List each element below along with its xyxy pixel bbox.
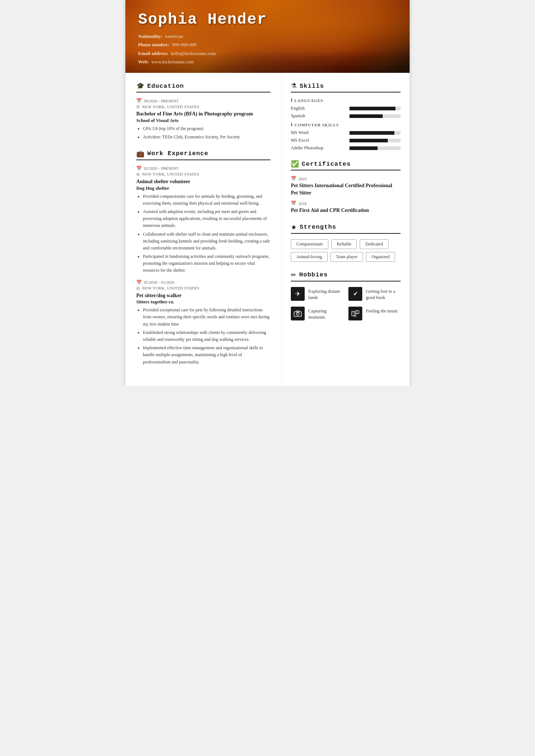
education-date: 📅 09/2020 – PRESENT xyxy=(136,98,270,103)
email-label: Email address: xyxy=(138,51,168,56)
work1-bullet-4: Participated in fundraising activities a… xyxy=(143,253,270,274)
hobbies-icon: ✏ xyxy=(291,271,296,279)
computer-category: ℹ COMPUTER SKILLS xyxy=(291,122,401,127)
calendar-icon: 📅 xyxy=(291,201,296,206)
hobby-music: Feeling the music xyxy=(348,307,401,321)
header-content: Sophia Hender Nationality: American Phon… xyxy=(125,0,410,73)
education-bullets: GPA 3.8 (top 10% of the program) Activit… xyxy=(136,125,270,141)
hobby-travel-text: Exploring distant lands xyxy=(308,287,343,301)
work2-bullet-1: Provided exceptional care for pets by fo… xyxy=(143,307,270,328)
work1-bullets: Provided compassionate care for animals … xyxy=(136,193,270,274)
certificates-title: Certificates xyxy=(302,161,351,168)
languages-category: ℹ LANGUAGES xyxy=(291,98,401,103)
education-entry: 📅 09/2020 – PRESENT ◎ NEW YORK, UNITED S… xyxy=(136,98,270,141)
cert2-date: 📅 2018 xyxy=(291,201,401,206)
hobbies-header: ✏ Hobbies xyxy=(291,271,401,281)
svg-rect-6 xyxy=(356,311,359,314)
strength-organized: Organized xyxy=(366,252,395,262)
education-location: ◎ NEW YORK, UNITED STATES xyxy=(136,104,270,109)
info-icon-2: ℹ xyxy=(291,122,293,127)
email-line: Email address: hello@kickresume.com xyxy=(138,49,397,58)
photoshop-bar xyxy=(349,146,401,150)
work-header: 💼 Work Experience xyxy=(136,150,270,160)
header-info: Nationality: American Phone number: 999-… xyxy=(138,32,397,66)
strength-animal-loving: Animal-loving xyxy=(291,252,328,262)
svg-rect-5 xyxy=(353,312,354,314)
education-icon: 🎓 xyxy=(136,82,144,90)
msword-bar xyxy=(349,131,401,135)
calendar-icon: 📅 xyxy=(136,98,142,103)
strengths-grid: Compassionate Reliable Dedicated Animal-… xyxy=(291,239,401,262)
work1-location: ◎ NEW YORK, UNITED STATES xyxy=(136,172,270,177)
header: Sophia Hender Nationality: American Phon… xyxy=(125,0,410,73)
strengths-icon: ★ xyxy=(291,223,297,231)
strength-team-player: Team player xyxy=(331,252,363,262)
skills-icon: ⚗ xyxy=(291,82,297,90)
hobby-travel: ✈ Exploring distant lands xyxy=(291,287,343,301)
work2-bullet-2: Established strong relationships with cl… xyxy=(143,329,270,343)
music-icon xyxy=(348,307,362,320)
strength-compassionate: Compassionate xyxy=(291,239,328,249)
work-title: Work Experience xyxy=(147,150,208,157)
skill-english: English xyxy=(291,106,401,111)
work2-bullet-3: Implemented effective time management an… xyxy=(143,344,270,366)
strengths-section: ★ Strengths Compassionate Reliable Dedic… xyxy=(291,223,401,262)
edu-bullet-2: Activities: TEDx Club, Economics Society… xyxy=(143,134,270,141)
education-degree: Bachelor of Fine Arts (BFA) in Photograp… xyxy=(136,110,270,118)
strengths-header: ★ Strengths xyxy=(291,223,401,234)
work1-bullet-1: Provided compassionate care for animals … xyxy=(143,193,270,207)
work2-company: Sitters together co. xyxy=(136,299,270,305)
work1-date: 📅 02/2020 – PRESENT xyxy=(136,166,270,171)
skill-msexcel: MS Excel xyxy=(291,138,401,143)
svg-point-3 xyxy=(297,313,298,315)
travel-icon: ✈ xyxy=(291,287,305,301)
strengths-title: Strengths xyxy=(300,224,336,231)
phone-value: 999-999-999 xyxy=(172,42,196,47)
education-school: School of Visual Arts xyxy=(136,118,270,123)
education-section: 🎓 Education 📅 09/2020 – PRESENT ◎ NEW YO… xyxy=(136,82,270,141)
msword-fill xyxy=(349,131,394,135)
work-entry-2: 📅 05/2018 – 01/2020 ◎ NEW YORK, UNITED S… xyxy=(136,280,270,366)
location-icon: ◎ xyxy=(136,104,140,109)
cert-entry-1: 📅 2019 Pet Sitters International Certifi… xyxy=(291,176,401,196)
body: 🎓 Education 📅 09/2020 – PRESENT ◎ NEW YO… xyxy=(125,73,410,386)
reading-icon: ✔ xyxy=(348,287,362,301)
work1-company: Dog Hug shelter xyxy=(136,185,270,191)
hobby-reading-text: Getting lost in a good book xyxy=(366,287,401,301)
web-value: www.kickresume.com xyxy=(151,59,194,64)
work2-location: ◎ NEW YORK, UNITED STATES xyxy=(136,286,270,291)
hobby-music-text: Feeling the music xyxy=(366,307,398,315)
phone-line: Phone number: 999-999-999 xyxy=(138,40,397,49)
strength-reliable: Reliable xyxy=(331,239,357,249)
right-column: ⚗ Skills ℹ LANGUAGES English Spanish xyxy=(282,73,410,386)
info-icon: ℹ xyxy=(291,98,293,103)
work2-bullets: Provided exceptional care for pets by fo… xyxy=(136,307,270,366)
hobby-photography-text: Capturing moments xyxy=(308,307,343,321)
edu-bullet-1: GPA 3.8 (top 10% of the program) xyxy=(143,125,270,132)
candidate-name: Sophia Hender xyxy=(138,11,397,28)
certificates-icon: ✅ xyxy=(291,160,299,168)
calendar-icon: 📅 xyxy=(291,176,296,181)
work1-bullet-2: Assisted with adoption events, including… xyxy=(143,208,270,229)
skills-section: ⚗ Skills ℹ LANGUAGES English Spanish xyxy=(291,82,401,151)
education-title: Education xyxy=(147,83,184,90)
nationality-line: Nationality: American xyxy=(138,32,397,40)
photoshop-fill xyxy=(349,146,378,150)
skill-msword: MS Word xyxy=(291,130,401,135)
work2-job-title: Pet sitter/dog walker xyxy=(136,292,270,299)
cert-entry-2: 📅 2018 Pet First Aid and CPR Certificati… xyxy=(291,201,401,214)
work-entry-1: 📅 02/2020 – PRESENT ◎ NEW YORK, UNITED S… xyxy=(136,166,270,274)
hobbies-grid: ✈ Exploring distant lands ✔ Getting lost… xyxy=(291,287,401,321)
location-icon: ◎ xyxy=(136,172,140,177)
work-icon: 💼 xyxy=(136,150,144,158)
msexcel-fill xyxy=(349,139,388,142)
nationality-value: American xyxy=(164,34,183,39)
email-value: hello@kickresume.com xyxy=(171,51,216,56)
strength-dedicated: Dedicated xyxy=(360,239,388,249)
left-column: 🎓 Education 📅 09/2020 – PRESENT ◎ NEW YO… xyxy=(125,73,282,386)
msexcel-bar xyxy=(349,139,401,142)
work2-date: 📅 05/2018 – 01/2020 xyxy=(136,280,270,285)
certificates-header: ✅ Certificates xyxy=(291,160,401,170)
cert1-title: Pet Sitters International Certified Prof… xyxy=(291,182,401,196)
english-bar xyxy=(349,107,401,110)
